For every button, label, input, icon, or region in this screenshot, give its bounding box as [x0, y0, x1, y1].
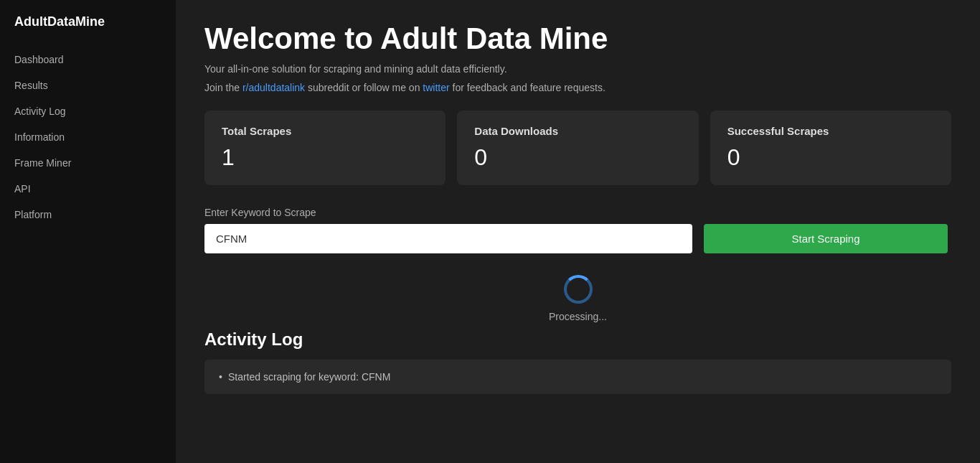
sidebar-item-platform[interactable]: Platform	[0, 202, 176, 228]
sidebar-item-api[interactable]: API	[0, 176, 176, 202]
sidebar: AdultDataMine DashboardResultsActivity L…	[0, 0, 176, 463]
stats-row: Total Scrapes 1 Data Downloads 0 Success…	[204, 111, 951, 185]
page-subtitle: Your all-in-one solution for scraping an…	[204, 63, 951, 75]
sidebar-nav: DashboardResultsActivity LogInformationF…	[0, 47, 176, 228]
log-text: Started scraping for keyword: CFNM	[228, 371, 390, 383]
stat-card-total-scrapes: Total Scrapes 1	[204, 111, 446, 185]
stat-label: Data Downloads	[474, 125, 681, 137]
stat-card-data-downloads: Data Downloads 0	[457, 111, 698, 185]
processing-area: Processing...	[204, 275, 951, 322]
sidebar-item-activity-log[interactable]: Activity Log	[0, 98, 176, 124]
stat-value: 1	[222, 144, 428, 171]
links-suffix: for feedback and feature requests.	[450, 82, 606, 93]
activity-title: Activity Log	[204, 329, 951, 350]
page-title: Welcome to Adult Data Mine	[204, 22, 951, 56]
stat-value: 0	[474, 144, 681, 171]
log-bullet: •	[219, 371, 222, 383]
sidebar-item-results[interactable]: Results	[0, 73, 176, 98]
scrape-section: Enter Keyword to Scrape Start Scraping	[204, 207, 951, 253]
activity-log-box: •Started scraping for keyword: CFNM	[204, 360, 951, 394]
brand-name: AdultDataMine	[0, 14, 176, 47]
stat-label: Total Scrapes	[222, 125, 428, 137]
page-links: Join the r/adultdatalink subreddit or fo…	[204, 82, 951, 93]
stat-value: 0	[727, 144, 934, 171]
stat-card-successful-scrapes: Successful Scrapes 0	[710, 111, 951, 185]
sidebar-item-dashboard[interactable]: Dashboard	[0, 47, 176, 73]
sidebar-item-frame-miner[interactable]: Frame Miner	[0, 150, 176, 176]
main-content: Welcome to Adult Data Mine Your all-in-o…	[176, 0, 980, 463]
loading-spinner	[564, 275, 593, 304]
keyword-input[interactable]	[204, 224, 692, 253]
keyword-label: Enter Keyword to Scrape	[204, 207, 951, 218]
start-scraping-button[interactable]: Start Scraping	[704, 224, 948, 253]
activity-section: Activity Log •Started scraping for keywo…	[204, 329, 951, 394]
processing-text: Processing...	[549, 311, 607, 322]
stat-label: Successful Scrapes	[727, 125, 934, 137]
scrape-row: Start Scraping	[204, 224, 951, 253]
sidebar-item-information[interactable]: Information	[0, 124, 176, 150]
twitter-link[interactable]: twitter	[423, 82, 449, 93]
links-middle: subreddit or follow me on	[305, 82, 423, 93]
links-prefix: Join the	[204, 82, 242, 93]
reddit-link[interactable]: r/adultdatalink	[242, 82, 305, 93]
log-entry: •Started scraping for keyword: CFNM	[219, 371, 937, 383]
